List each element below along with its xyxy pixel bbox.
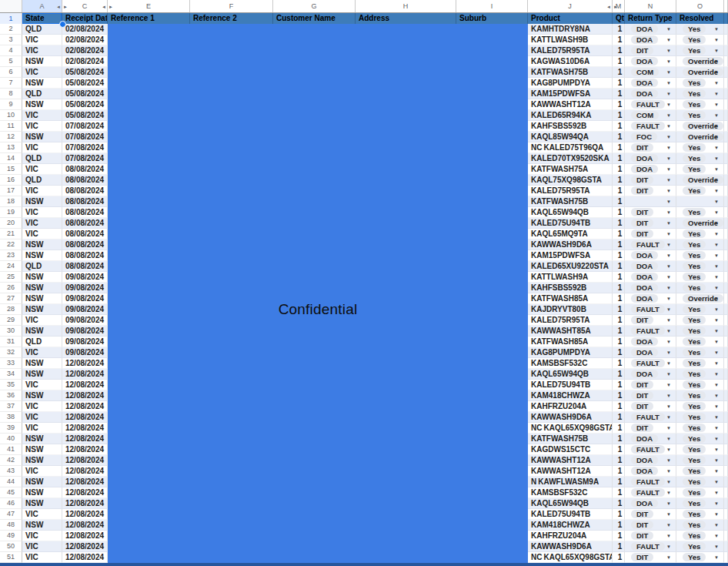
- cell-resolved[interactable]: Yes▼: [676, 78, 724, 89]
- cell-resolved[interactable]: Yes▼: [676, 337, 724, 347]
- column-header-g[interactable]: G: [273, 0, 356, 12]
- cell-qty[interactable]: 1: [613, 541, 625, 552]
- cell-resolved[interactable]: Yes▼: [676, 229, 724, 239]
- cell-resolved-chip[interactable]: Yes: [683, 283, 706, 292]
- cell-return-type[interactable]: DIT▼: [625, 218, 676, 229]
- cell-return-type-chip[interactable]: COM: [631, 68, 659, 76]
- cell-resolved-chip[interactable]: Yes: [683, 391, 706, 400]
- cell-receipt-date[interactable]: 08/08/2024: [62, 250, 108, 261]
- cell-return-type-chip[interactable]: DIT: [631, 219, 653, 227]
- dropdown-arrow-icon[interactable]: ▼: [714, 199, 719, 204]
- cell-return-type[interactable]: DIT▼: [625, 229, 676, 239]
- dropdown-arrow-icon[interactable]: ▼: [666, 59, 671, 64]
- cell-return-type[interactable]: DIT▼: [625, 423, 676, 434]
- cell-return-type-chip[interactable]: FAULT: [631, 122, 665, 130]
- dropdown-arrow-icon[interactable]: ▼: [666, 264, 671, 269]
- header-cell-resolved[interactable]: Resolved: [676, 13, 724, 24]
- cell-state[interactable]: NSW: [22, 326, 62, 337]
- dropdown-arrow-icon[interactable]: ▼: [714, 534, 719, 538]
- column-header-j[interactable]: J◄: [528, 0, 613, 12]
- cell-return-type[interactable]: DOA▼: [625, 250, 676, 261]
- cell-receipt-date[interactable]: 07/08/2024: [62, 142, 108, 153]
- row-number-4[interactable]: 4: [0, 45, 22, 56]
- cell-product[interactable]: KAJDRYVT80B: [528, 304, 613, 315]
- header-cell-address[interactable]: Address: [356, 13, 456, 24]
- cell-return-type[interactable]: FAULT▼: [625, 99, 676, 110]
- cell-state[interactable]: QLD: [22, 89, 62, 99]
- cell-resolved[interactable]: Override▼: [676, 218, 724, 229]
- cell-resolved[interactable]: Yes▼: [676, 186, 724, 196]
- cell-qty[interactable]: 1: [613, 423, 625, 434]
- cell-qty[interactable]: 1: [613, 110, 625, 121]
- cell-state[interactable]: VIC: [22, 423, 62, 434]
- cell-resolved[interactable]: Yes▼: [676, 455, 724, 466]
- row-number-45[interactable]: 45: [0, 487, 22, 498]
- cell-resolved[interactable]: Yes▼: [676, 509, 724, 520]
- row-number-35[interactable]: 35: [0, 380, 22, 390]
- row-number-43[interactable]: 43: [0, 466, 22, 477]
- cell-return-type[interactable]: DIT▼: [625, 315, 676, 326]
- dropdown-arrow-icon[interactable]: ▼: [666, 253, 671, 258]
- row-number-21[interactable]: 21: [0, 229, 22, 239]
- cell-resolved-chip[interactable]: Yes: [683, 402, 706, 410]
- cell-resolved-chip[interactable]: Yes: [683, 370, 706, 378]
- cell-resolved-chip[interactable]: Yes: [683, 154, 706, 162]
- cell-qty[interactable]: 1: [613, 444, 625, 455]
- cell-qty[interactable]: 1: [613, 358, 625, 369]
- cell-product[interactable]: KAQL85W94QA: [528, 132, 613, 142]
- cell-qty[interactable]: 1: [613, 531, 625, 541]
- cell-receipt-date[interactable]: 09/08/2024: [62, 347, 108, 358]
- dropdown-arrow-icon[interactable]: ▼: [666, 340, 671, 344]
- cell-receipt-date[interactable]: 09/08/2024: [62, 272, 108, 283]
- cell-state[interactable]: NSW: [22, 455, 62, 466]
- cell-resolved[interactable]: Yes▼: [676, 250, 724, 261]
- cell-return-type-chip[interactable]: DOA: [631, 348, 658, 357]
- header-cell-receipt-date[interactable]: Receipt Date: [62, 13, 108, 24]
- dropdown-arrow-icon[interactable]: ▼: [714, 221, 719, 226]
- row-number-30[interactable]: 30: [0, 326, 22, 337]
- cell-resolved-chip[interactable]: Yes: [683, 273, 706, 281]
- cell-product[interactable]: KAGDWS15CTC: [528, 444, 613, 455]
- dropdown-arrow-icon[interactable]: ▼: [714, 156, 719, 161]
- cell-product[interactable]: KATFWASH75A: [528, 164, 613, 175]
- cell-return-type-chip[interactable]: DIT: [631, 380, 653, 389]
- header-cell-customer-name[interactable]: Customer Name: [273, 13, 356, 24]
- row-number-46[interactable]: 46: [0, 498, 22, 509]
- row-number-26[interactable]: 26: [0, 283, 22, 293]
- cell-qty[interactable]: 1: [613, 164, 625, 175]
- row-number-6[interactable]: 6: [0, 67, 22, 78]
- dropdown-arrow-icon[interactable]: ▼: [714, 49, 719, 53]
- cell-product[interactable]: KAWWASHT12A: [528, 466, 613, 477]
- cell-qty[interactable]: 1: [613, 477, 625, 487]
- dropdown-arrow-icon[interactable]: ▼: [666, 555, 671, 560]
- cell-state[interactable]: NSW: [22, 250, 62, 261]
- row-number-9[interactable]: 9: [0, 99, 22, 110]
- hidden-columns-expand-icon[interactable]: ►: [613, 5, 618, 9]
- row-number-37[interactable]: 37: [0, 401, 22, 412]
- cell-return-type-chip[interactable]: DOA: [631, 79, 658, 87]
- dropdown-arrow-icon[interactable]: ▼: [714, 447, 719, 452]
- dropdown-arrow-icon[interactable]: ▼: [666, 350, 671, 355]
- cell-receipt-date[interactable]: 12/08/2024: [62, 444, 108, 455]
- dropdown-arrow-icon[interactable]: ▼: [666, 81, 671, 85]
- cell-product[interactable]: KAHFSBS592B: [528, 283, 613, 293]
- cell-return-type[interactable]: FAULT▼: [625, 477, 676, 487]
- row-number-39[interactable]: 39: [0, 423, 22, 434]
- cell-resolved-chip[interactable]: Yes: [683, 424, 706, 432]
- cell-state[interactable]: NSW: [22, 390, 62, 401]
- dropdown-arrow-icon[interactable]: ▼: [714, 555, 719, 560]
- cell-receipt-date[interactable]: 07/08/2024: [62, 132, 108, 142]
- cell-resolved[interactable]: Yes▼: [676, 35, 724, 45]
- cell-qty[interactable]: 1: [613, 132, 625, 142]
- cell-state[interactable]: NSW: [22, 434, 62, 444]
- cell-return-type-chip[interactable]: DOA: [631, 154, 658, 162]
- cell-state[interactable]: VIC: [22, 466, 62, 477]
- header-cell-product[interactable]: Product: [528, 13, 613, 24]
- cell-qty[interactable]: 1: [613, 455, 625, 466]
- cell-qty[interactable]: 1: [613, 369, 625, 380]
- cell-resolved-chip[interactable]: Yes: [683, 305, 706, 313]
- cell-return-type-chip[interactable]: DIT: [631, 208, 653, 216]
- cell-resolved-chip[interactable]: Yes: [683, 208, 706, 216]
- cell-qty[interactable]: 1: [613, 99, 625, 110]
- cell-state[interactable]: NSW: [22, 239, 62, 250]
